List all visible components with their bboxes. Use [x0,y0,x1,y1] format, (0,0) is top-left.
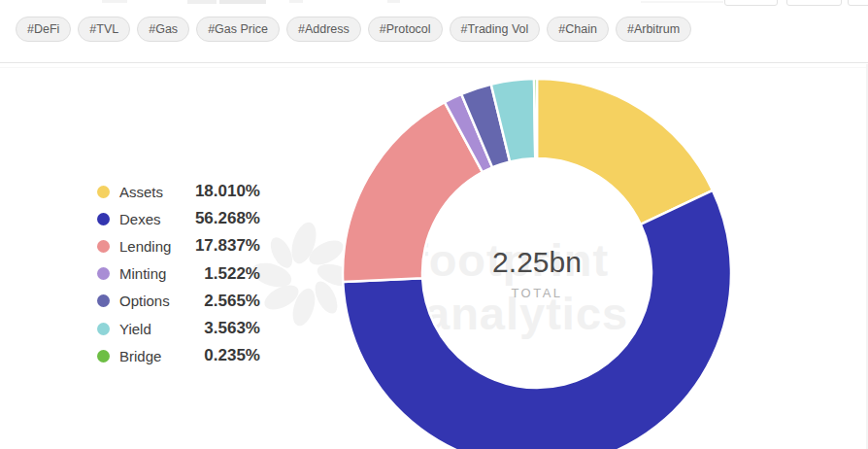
legend-label: Assets [119,184,163,200]
donut-center-label: 2.25bn TOTAL [492,246,582,300]
legend-item-options[interactable]: Options2.565% [97,288,260,315]
legend-label: Options [119,293,170,309]
legend-label: Lending [119,238,171,255]
legend-item-lending[interactable]: Lending17.837% [97,232,260,259]
legend-color-dot [97,323,110,335]
legend-item-dexes[interactable]: Dexes56.268% [97,205,260,232]
legend-value: 1.522% [204,264,260,284]
legend-color-dot [97,240,110,253]
legend-label: Minting [119,265,166,282]
total-value: 2.25bn [492,246,582,279]
legend-item-bridge[interactable]: Bridge0.235% [97,342,260,369]
legend-value: 17.837% [195,236,260,256]
legend-color-dot [97,294,110,307]
legend-item-yield[interactable]: Yield3.563% [97,315,260,342]
donut-slice-bridge[interactable] [534,79,537,158]
legend-value: 0.235% [204,346,260,365]
legend: Assets18.010%Dexes56.268%Lending17.837%M… [97,178,260,369]
legend-label: Yield [119,321,151,337]
legend-color-dot [97,350,110,363]
legend-value: 18.010% [195,182,260,201]
legend-value: 2.565% [204,292,260,311]
legend-label: Dexes [119,211,161,227]
legend-value: 3.563% [204,319,260,338]
legend-label: Bridge [119,348,161,364]
legend-color-dot [97,267,110,280]
legend-item-assets[interactable]: Assets18.010% [97,178,260,205]
legend-color-dot [97,213,110,225]
legend-item-minting[interactable]: Minting1.522% [97,260,260,288]
total-caption: TOTAL [492,286,582,300]
legend-value: 56.268% [195,209,260,228]
legend-color-dot [97,186,110,198]
page: { "tags": ["#DeFi", "#TVL", "#Gas", "#Ga… [0,0,868,449]
